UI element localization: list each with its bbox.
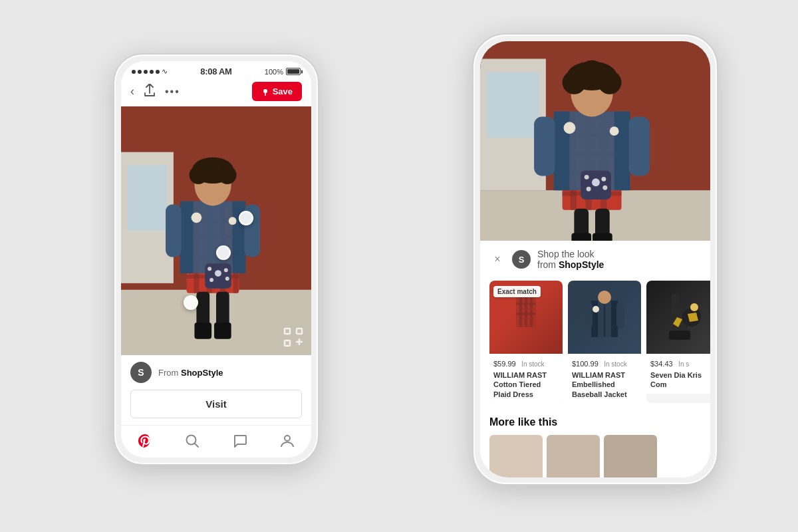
fashion-image-right bbox=[480, 41, 710, 241]
svg-point-74 bbox=[587, 187, 591, 192]
svg-point-0 bbox=[263, 89, 267, 93]
svg-point-71 bbox=[592, 178, 600, 186]
bottom-nav-left bbox=[121, 425, 311, 458]
svg-rect-39 bbox=[285, 329, 290, 334]
svg-point-34 bbox=[224, 268, 228, 272]
svg-point-73 bbox=[601, 177, 606, 182]
source-text: From ShopStyle bbox=[158, 368, 223, 378]
more-thumb-2[interactable] bbox=[547, 435, 600, 477]
product-info-3: $34.43 In s Seven Dia Kris Com bbox=[646, 354, 710, 394]
chat-icon bbox=[233, 434, 247, 448]
search-icon bbox=[185, 434, 200, 448]
more-thumb-1[interactable] bbox=[489, 435, 543, 477]
signal-dot-1 bbox=[132, 70, 136, 74]
product-img-1: Exact match bbox=[489, 281, 563, 354]
shop-header: × S Shop the look from ShopStyle bbox=[480, 241, 710, 275]
product-name-2: WILLIAM RAST Embellished Baseball Jacket bbox=[572, 370, 637, 399]
product-info-1: $59.99 In stock WILLIAM RAST Cotton Tier… bbox=[489, 354, 563, 403]
product-stock-1: In stock bbox=[521, 360, 544, 368]
product-name-1: WILLIAM RAST Cotton Tiered Plaid Dress bbox=[493, 370, 559, 399]
left-phone: ∿ 8:08 AM 100% ‹ bbox=[113, 53, 319, 466]
battery-icon bbox=[286, 68, 301, 75]
svg-point-38 bbox=[229, 217, 237, 225]
svg-rect-88 bbox=[585, 302, 593, 329]
product-stock-3: In s bbox=[678, 360, 689, 368]
phones-container: ∿ 8:08 AM 100% ‹ bbox=[0, 0, 798, 532]
nav-chat[interactable] bbox=[230, 431, 250, 451]
svg-point-75 bbox=[602, 186, 607, 190]
svg-rect-59 bbox=[534, 116, 555, 176]
product-price-3: $34.43 bbox=[650, 360, 673, 368]
signal-dot-2 bbox=[138, 70, 142, 74]
svg-rect-60 bbox=[628, 116, 650, 176]
close-button[interactable]: × bbox=[489, 251, 505, 267]
svg-point-91 bbox=[593, 306, 599, 313]
nav-left-area: ‹ ••• bbox=[130, 84, 180, 100]
svg-rect-68 bbox=[571, 233, 591, 241]
svg-rect-40 bbox=[297, 329, 302, 334]
boots-illustration bbox=[660, 287, 706, 347]
main-image-left bbox=[121, 106, 311, 355]
svg-point-35 bbox=[209, 278, 213, 282]
product-stock-2: In stock bbox=[604, 360, 626, 368]
svg-rect-89 bbox=[616, 302, 624, 329]
status-bar-left: ∿ 8:08 AM 100% bbox=[121, 61, 311, 79]
more-like-this-label: More like this bbox=[480, 408, 710, 432]
product-info-2: $100.99 In stock WILLIAM RAST Embellishe… bbox=[568, 354, 641, 403]
signal-area: ∿ bbox=[132, 67, 168, 76]
left-phone-screen: ∿ 8:08 AM 100% ‹ bbox=[121, 61, 311, 458]
status-time: 8:08 AM bbox=[200, 66, 231, 76]
signal-dot-5 bbox=[156, 70, 160, 74]
svg-rect-19 bbox=[203, 201, 223, 273]
pinterest-icon bbox=[137, 433, 153, 449]
svg-rect-17 bbox=[180, 201, 194, 273]
wifi-icon: ∿ bbox=[162, 67, 168, 76]
product-img-3 bbox=[646, 281, 710, 354]
fashion-image-left bbox=[121, 106, 311, 355]
right-phone-screen: × S Shop the look from ShopStyle bbox=[480, 41, 710, 477]
signal-dot-4 bbox=[150, 70, 154, 74]
battery-pct: 100% bbox=[265, 68, 283, 76]
svg-rect-41 bbox=[285, 340, 290, 346]
nav-pinterest[interactable] bbox=[135, 431, 155, 451]
scan-icon[interactable] bbox=[283, 327, 303, 347]
svg-point-72 bbox=[585, 175, 589, 180]
shop-avatar: S bbox=[512, 250, 531, 269]
battery-area: 100% bbox=[265, 68, 301, 76]
svg-rect-95 bbox=[669, 331, 690, 340]
svg-point-43 bbox=[285, 436, 290, 441]
svg-rect-29 bbox=[194, 323, 211, 339]
person-icon bbox=[280, 434, 295, 448]
more-thumb-3[interactable] bbox=[604, 435, 657, 477]
jacket-illustration bbox=[581, 287, 628, 347]
product-card-2[interactable]: $100.99 In stock WILLIAM RAST Embellishe… bbox=[568, 281, 641, 403]
svg-point-65 bbox=[579, 60, 605, 86]
nav-profile[interactable] bbox=[277, 431, 297, 451]
product-img-2 bbox=[568, 281, 641, 354]
visit-button[interactable]: Visit bbox=[130, 390, 302, 418]
svg-rect-47 bbox=[487, 72, 539, 138]
main-image-right bbox=[480, 41, 710, 241]
svg-rect-30 bbox=[214, 323, 231, 339]
pin-icon bbox=[261, 88, 269, 96]
product-card-3[interactable]: $34.43 In s Seven Dia Kris Com bbox=[646, 281, 710, 403]
exact-match-badge: Exact match bbox=[493, 286, 541, 297]
svg-point-26 bbox=[202, 158, 223, 180]
save-button[interactable]: Save bbox=[252, 82, 302, 101]
svg-point-37 bbox=[192, 212, 202, 223]
svg-point-77 bbox=[610, 126, 619, 136]
svg-rect-6 bbox=[128, 165, 167, 231]
svg-rect-96 bbox=[672, 294, 680, 311]
product-image-boots bbox=[646, 281, 710, 354]
back-button[interactable]: ‹ bbox=[130, 84, 134, 98]
product-price-2: $100.99 bbox=[572, 360, 598, 368]
nav-search[interactable] bbox=[182, 431, 202, 451]
share-button[interactable] bbox=[144, 84, 156, 100]
product-card-1[interactable]: Exact match $59.99 In stock WILLIAM RAST… bbox=[489, 281, 563, 403]
products-row: Exact match $59.99 In stock WILLIAM RAST… bbox=[480, 275, 710, 408]
svg-point-33 bbox=[207, 267, 211, 271]
svg-point-32 bbox=[215, 270, 221, 277]
right-phone: × S Shop the look from ShopStyle bbox=[472, 33, 718, 485]
product-price-1: $59.99 bbox=[493, 360, 516, 368]
more-button[interactable]: ••• bbox=[165, 86, 180, 98]
